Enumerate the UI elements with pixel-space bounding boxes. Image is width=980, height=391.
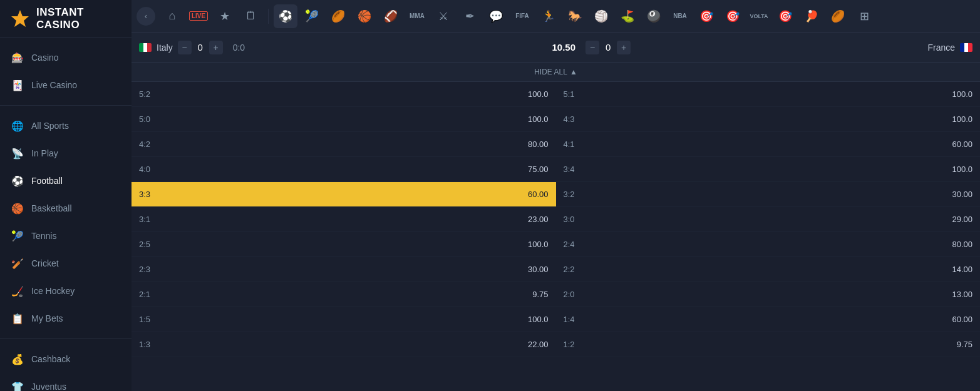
odds-row[interactable]: 5:1100.0 [556,82,981,107]
sidebar-item-basketball[interactable]: 🏀 Basketball [0,195,132,222]
nav-betting-button[interactable]: ✒ [458,4,482,28]
nav-volleyball-button[interactable]: 🏐 [589,4,613,28]
odds-value: 60.00 [952,140,972,149]
nav-basketball-button[interactable]: 🏀 [353,4,376,28]
nav-rugby-button[interactable]: 🏉 [326,4,350,28]
odds-score: 2:4 [564,240,589,249]
nav-horse-button[interactable]: 🐎 [563,4,587,28]
nav-chat-button[interactable]: 💬 [484,4,508,28]
odds-value: 13.00 [952,290,972,299]
odds-value: 60.00 [952,315,972,324]
logo: INSTANT CASINO [0,0,132,38]
my-bets-icon: 📋 [11,312,24,325]
rugby-icon: 🏉 [331,9,345,23]
odds-row[interactable]: 1:460.00 [556,307,981,332]
odds-row[interactable]: 1:322.00 [132,332,556,357]
hide-all-button[interactable]: HIDE ALL ▲ [534,68,577,76]
odds-row[interactable]: 4:075.00 [132,157,556,182]
nav-pingpong-button[interactable]: 🏓 [800,4,823,28]
live-casino-icon: 🃏 [11,79,24,91]
odds-row[interactable]: 2:214.00 [556,257,981,282]
odds-value: 60.00 [528,190,549,199]
odds-score: 5:0 [139,114,164,124]
odds-row[interactable]: 2:330.00 [132,257,556,282]
sidebar-item-all-sports[interactable]: 🌐 All Sports [0,112,132,140]
odds-row[interactable]: 3:230.00 [556,182,981,207]
nav-mma-button[interactable]: MMA [405,4,429,28]
sidebar-item-casino[interactable]: 🎰 Casino [0,44,132,71]
odds-row[interactable]: 3:123.00 [132,207,556,232]
sidebar-item-juventus[interactable]: 👕 Juventus [0,373,132,391]
snooker-icon: 🎯 [699,9,713,23]
odds-row[interactable]: 2:013.00 [556,282,981,307]
nav-american-football-button[interactable]: 🏈 [379,4,403,28]
nav-rugby2-button[interactable]: 🏉 [826,4,850,28]
sidebar-item-cashback[interactable]: 💰 Cashback [0,345,132,373]
odds-row[interactable]: 4:280.00 [132,132,556,157]
in-play-label: In Play [31,148,58,158]
odds-value: 23.00 [528,215,549,224]
odds-row[interactable]: 3:4100.0 [556,157,981,182]
odds-row[interactable]: 3:360.00 [132,182,556,207]
sidebar-item-live-casino[interactable]: 🃏 Live Casino [0,71,132,99]
odds-value: 100.0 [952,165,972,174]
sidebar-item-cricket[interactable]: 🏏 Cricket [0,250,132,277]
left-score-minus[interactable]: − [178,41,192,54]
fifa-icon: FIFA [515,13,529,19]
golf-icon: ⛳ [621,9,634,23]
left-score-plus[interactable]: + [209,41,223,54]
odds-row[interactable]: 1:29.75 [556,332,981,357]
nav-esports-button[interactable]: ⚔ [431,4,455,28]
nav-nba-button[interactable]: NBA [668,4,692,28]
nav-snooker-button[interactable]: 🎯 [694,4,718,28]
odds-row[interactable]: 5:2100.0 [132,82,556,107]
svg-marker-0 [11,10,29,27]
nav-athletics-button[interactable]: 🏃 [537,4,560,28]
odds-row[interactable]: 2:19.75 [132,282,556,307]
odds-row[interactable]: 4:3100.0 [556,107,981,132]
odds-row[interactable]: 5:0100.0 [132,107,556,132]
sidebar-item-football[interactable]: ⚽ Football [0,167,132,195]
right-score-minus[interactable]: − [585,41,599,54]
sidebar-item-tennis[interactable]: 🎾 Tennis [0,222,132,250]
nav-golf-button[interactable]: ⛳ [616,4,639,28]
nav-grid-button[interactable]: ⊞ [852,4,876,28]
right-score-plus[interactable]: + [617,41,631,54]
odds-columns: 5:2100.05:0100.04:280.004:075.003:360.00… [132,82,980,357]
odds-row[interactable]: 3:029.00 [556,207,981,232]
nav-fifa-button[interactable]: FIFA [510,4,534,28]
odds-score: 2:2 [564,265,589,274]
odds-score: 2:3 [139,265,164,274]
collapse-button[interactable]: ‹ [137,7,155,26]
odds-row[interactable]: 2:5100.0 [132,232,556,257]
odds-score: 1:3 [139,340,164,349]
nav-football-button[interactable]: ⚽ [274,4,297,28]
nav-pool-button[interactable]: 🎱 [642,4,666,28]
hide-all-label: HIDE ALL [534,68,567,76]
nav-home-button[interactable]: ⌂ [160,4,184,28]
nav-volta-button[interactable]: VOLTA [747,4,771,28]
odds-score: 5:2 [139,89,164,99]
odds-row[interactable]: 1:5100.0 [132,307,556,332]
darts-icon: 🎯 [726,9,740,23]
nav-favorites-button[interactable]: ★ [213,4,237,28]
italy-flag [139,43,152,52]
odds-value: 100.0 [952,89,972,99]
sidebar-item-in-play[interactable]: 📡 In Play [0,140,132,167]
nav-target-button[interactable]: 🎯 [773,4,797,28]
nav-live-button[interactable]: LIVE [187,4,210,28]
odds-row[interactable]: 4:160.00 [556,132,981,157]
nav-darts-button[interactable]: 🎯 [721,4,745,28]
sidebar-item-ice-hockey[interactable]: 🏒 Ice Hockey [0,277,132,305]
odds-row[interactable]: 2:480.00 [556,232,981,257]
nav-tennis-button[interactable]: 🎾 [300,4,324,28]
my-bets-label: My Bets [31,313,63,323]
odds-score: 2:5 [139,240,164,249]
odds-value: 80.00 [528,140,549,149]
right-team-name: France [927,43,955,53]
odds-score: 4:1 [564,140,589,149]
nav-ticket-button[interactable]: 🗒 [239,4,263,28]
sidebar-item-my-bets[interactable]: 📋 My Bets [0,305,132,332]
odds-score: 2:1 [139,290,164,299]
volta-icon: VOLTA [750,13,768,19]
